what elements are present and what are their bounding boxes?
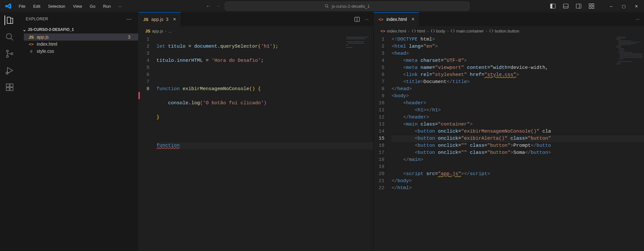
layout-primary-sidebar-icon[interactable] — [550, 3, 556, 9]
line-gutter: 1 2 3 4 5 6 7 8 — [138, 35, 156, 251]
file-index-html[interactable]: <> index.html — [24, 41, 138, 48]
activity-extensions[interactable] — [5, 82, 14, 92]
editor-more[interactable]: ··· — [636, 17, 639, 22]
tab-name: app.js — [151, 17, 163, 22]
code-editor-left[interactable]: 1 2 3 4 5 6 7 8 let titulo = document.qu… — [138, 35, 373, 251]
vscode-icon — [5, 3, 12, 9]
activitybar — [0, 12, 19, 251]
activity-explorer[interactable] — [5, 15, 14, 25]
tab-app-js[interactable]: JS app.js 3 × — [138, 12, 181, 26]
command-center-text: js-curso-2-desafio_1 — [332, 4, 370, 9]
window-maximize[interactable]: ▢ — [622, 4, 626, 9]
explorer-title: EXPLORER — [26, 17, 48, 21]
svg-point-0 — [325, 5, 328, 7]
folder-name: JS-CURSO-2-DESAFIO_1 — [28, 27, 74, 32]
tab-problems-badge: 3 — [166, 17, 168, 22]
menu-more[interactable]: ··· — [115, 2, 125, 11]
tab-name: index.html — [386, 17, 407, 22]
svg-rect-3 — [550, 4, 552, 8]
html-file-icon: <> — [380, 29, 386, 33]
file-name: index.html — [37, 42, 57, 47]
editor-group-right: <> index.html × ··· <> index.html › html… — [374, 12, 644, 251]
window-minimize[interactable]: ─ — [610, 4, 613, 9]
file-name: style.css — [37, 49, 54, 54]
menu-selection[interactable]: Selection — [45, 2, 68, 11]
menu-run[interactable]: Run — [100, 2, 114, 11]
breadcrumb-right[interactable]: <> index.html › html › body › main.conta… — [374, 26, 644, 35]
file-app-js[interactable]: JS app.js 3 — [24, 33, 138, 41]
nav-forward[interactable]: → — [215, 3, 221, 10]
svg-point-15 — [6, 55, 8, 57]
layout-secondary-sidebar-icon[interactable] — [576, 3, 582, 9]
window-close[interactable]: ✕ — [635, 4, 638, 9]
activity-run-debug[interactable] — [5, 66, 14, 75]
split-editor-icon[interactable] — [354, 16, 360, 22]
svg-rect-4 — [563, 4, 568, 8]
activity-source-control[interactable] — [5, 49, 14, 59]
svg-rect-6 — [576, 4, 581, 8]
svg-point-12 — [6, 34, 12, 39]
menu-view[interactable]: View — [70, 2, 85, 11]
layout-panel-icon[interactable] — [563, 3, 569, 9]
svg-line-13 — [11, 38, 13, 41]
breadcrumb-item: button.button — [495, 29, 519, 33]
breadcrumb-item: app.js — [152, 29, 163, 33]
folder-header[interactable]: ⌄ JS-CURSO-2-DESAFIO_1 — [19, 26, 138, 33]
svg-rect-9 — [592, 4, 594, 6]
explorer-sidebar: EXPLORER ··· ⌄ JS-CURSO-2-DESAFIO_1 JS a… — [19, 12, 138, 251]
svg-point-16 — [11, 53, 13, 55]
chevron-down-icon: ⌄ — [23, 27, 26, 32]
command-center[interactable]: js-curso-2-desafio_1 — [225, 2, 469, 11]
breadcrumb-item: html — [417, 29, 425, 33]
nav-back[interactable]: ← — [205, 3, 211, 10]
html-file-icon: <> — [378, 17, 384, 22]
svg-rect-11 — [592, 7, 594, 9]
titlebar: File Edit Selection View Go Run ··· ← → … — [0, 0, 644, 12]
svg-rect-10 — [589, 7, 591, 9]
breadcrumb-item: main.container — [456, 29, 484, 33]
file-name: app.js — [37, 34, 49, 40]
tab-index-html[interactable]: <> index.html × — [374, 12, 419, 26]
code-editor-right[interactable]: 12345678910111213141516171819202122 <!DO… — [374, 35, 644, 251]
breadcrumb-item: ... — [168, 29, 172, 33]
tab-close[interactable]: × — [173, 16, 176, 22]
menu-go[interactable]: Go — [87, 2, 99, 11]
symbol-icon — [412, 29, 416, 33]
explorer-more[interactable]: ··· — [126, 16, 132, 23]
menu-file[interactable]: File — [15, 2, 29, 11]
js-file-icon: JS — [28, 35, 34, 40]
customize-layout-icon[interactable] — [589, 3, 594, 9]
svg-rect-21 — [10, 88, 13, 90]
breadcrumb-left[interactable]: JS app.js › ... — [138, 26, 373, 35]
breadcrumb-item: body — [436, 29, 445, 33]
editor-group-left: JS app.js 3 × ··· JS app.js › ... — [138, 12, 374, 251]
breadcrumb-item: index.html — [387, 29, 406, 33]
file-style-css[interactable]: # style.css — [24, 48, 138, 55]
editor-more[interactable]: ··· — [365, 17, 369, 22]
symbol-icon — [431, 29, 435, 33]
tab-close[interactable]: × — [412, 16, 414, 22]
css-file-icon: # — [28, 49, 34, 54]
svg-point-14 — [6, 50, 8, 52]
search-icon — [325, 4, 329, 8]
svg-rect-8 — [589, 4, 591, 6]
symbol-icon — [489, 29, 494, 33]
menu-edit[interactable]: Edit — [30, 2, 43, 11]
line-gutter: 12345678910111213141516171819202122 — [374, 35, 392, 251]
svg-rect-19 — [6, 84, 9, 87]
html-file-icon: <> — [28, 42, 34, 47]
symbol-icon — [450, 29, 455, 33]
svg-line-1 — [327, 7, 328, 8]
svg-rect-22 — [10, 84, 13, 87]
activity-search[interactable] — [5, 32, 14, 42]
problems-badge: 3 — [128, 34, 130, 40]
js-file-icon: JS — [143, 17, 149, 22]
js-file-icon: JS — [145, 29, 151, 33]
svg-rect-20 — [6, 88, 9, 90]
error-marker — [138, 92, 140, 99]
